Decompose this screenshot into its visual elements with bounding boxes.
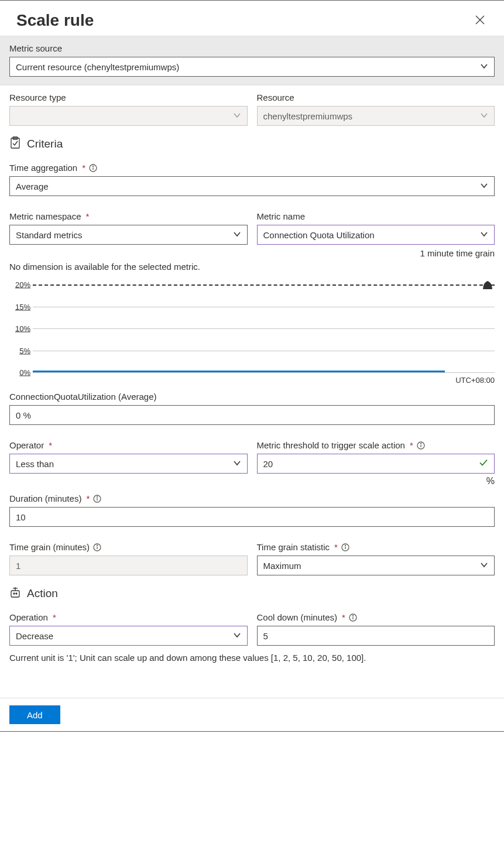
- chart-tick: 20%: [7, 280, 30, 289]
- resource-label: Resource: [257, 92, 495, 102]
- time-aggregation-value: Average: [16, 181, 49, 191]
- time-grain-statistic-value: Maximum: [263, 561, 301, 571]
- chevron-down-icon: [233, 111, 241, 121]
- operator-value: Less than: [16, 459, 54, 469]
- chart-tick: 0%: [7, 368, 30, 377]
- chart-spike: [481, 280, 495, 289]
- action-robot-icon: [9, 586, 21, 601]
- close-button[interactable]: [472, 12, 488, 29]
- svg-point-18: [13, 593, 15, 594]
- required-marker: *: [82, 163, 85, 173]
- required-marker: *: [86, 493, 90, 503]
- duration-label: Duration (minutes): [9, 493, 81, 503]
- chart-tick: 10%: [7, 324, 30, 333]
- metric-namespace-dropdown[interactable]: Standard metrics: [9, 225, 248, 245]
- svg-point-4: [93, 166, 94, 166]
- cooldown-input[interactable]: 5: [257, 626, 495, 646]
- chevron-down-icon: [233, 631, 241, 641]
- metric-name-value: Connection Quota Utilization: [263, 230, 375, 240]
- chart-series-line: [33, 371, 445, 372]
- required-marker: *: [49, 440, 52, 450]
- svg-rect-17: [11, 591, 19, 597]
- info-icon[interactable]: [93, 495, 101, 503]
- chevron-down-icon: [480, 111, 488, 121]
- checkmark-icon: [479, 458, 488, 469]
- cooldown-value: 5: [263, 631, 268, 641]
- clipboard-check-icon: [9, 136, 21, 151]
- close-icon: [475, 18, 485, 27]
- svg-point-10: [97, 496, 98, 497]
- operation-value: Decrease: [16, 631, 53, 641]
- threshold-unit: %: [257, 476, 495, 486]
- required-marker: *: [334, 542, 338, 552]
- resource-type-dropdown: [9, 106, 248, 126]
- required-marker: *: [53, 612, 56, 622]
- panel-title: Scale rule: [16, 11, 94, 30]
- time-grain-note: 1 minute time grain: [257, 248, 495, 258]
- threshold-label: Metric threshold to trigger scale action: [257, 440, 405, 450]
- time-grain-minutes-value: 1: [16, 561, 20, 571]
- operation-dropdown[interactable]: Decrease: [9, 626, 248, 646]
- info-icon[interactable]: [349, 613, 357, 622]
- metric-value-display: 0 %: [9, 405, 495, 425]
- resource-type-label: Resource type: [9, 92, 248, 102]
- resource-value: chenyltestpremiumwps: [263, 111, 353, 121]
- chevron-down-icon: [480, 181, 488, 191]
- chevron-down-icon: [480, 62, 488, 72]
- duration-value: 10: [16, 512, 26, 522]
- svg-point-19: [16, 593, 17, 594]
- time-aggregation-label: Time aggregation: [9, 163, 77, 173]
- criteria-heading: Criteria: [27, 138, 63, 150]
- svg-point-13: [97, 545, 97, 546]
- metric-source-value: Current resource (chenyltestpremiumwps): [16, 62, 179, 72]
- metric-chart: 20% 15% 10% 5% 0% UTC+08:00: [9, 284, 495, 385]
- chart-tick: 15%: [7, 302, 30, 311]
- add-button[interactable]: Add: [9, 705, 60, 724]
- operation-label: Operation: [9, 612, 48, 622]
- svg-point-16: [345, 545, 345, 546]
- chart-tick: 5%: [7, 346, 30, 355]
- no-dimension-note: No dimension is available for the select…: [9, 262, 495, 272]
- chart-timezone: UTC+08:00: [9, 376, 495, 385]
- metric-name-dropdown[interactable]: Connection Quota Utilization: [257, 225, 495, 245]
- metric-namespace-value: Standard metrics: [16, 230, 82, 240]
- action-heading: Action: [27, 587, 58, 600]
- info-icon[interactable]: [341, 543, 349, 551]
- required-marker: *: [342, 612, 345, 622]
- info-icon[interactable]: [417, 441, 425, 450]
- operator-dropdown[interactable]: Less than: [9, 454, 248, 474]
- metric-source-dropdown[interactable]: Current resource (chenyltestpremiumwps): [9, 57, 495, 77]
- chevron-down-icon: [233, 230, 241, 240]
- chevron-down-icon: [480, 230, 488, 240]
- required-marker: *: [86, 211, 90, 221]
- chevron-down-icon: [233, 459, 241, 469]
- duration-input[interactable]: 10: [9, 507, 495, 527]
- time-grain-statistic-label: Time grain statistic: [257, 542, 330, 552]
- resource-dropdown: chenyltestpremiumwps: [257, 106, 495, 126]
- cooldown-label: Cool down (minutes): [257, 612, 338, 622]
- metric-value-label: ConnectionQuotaUtilization (Average): [9, 392, 495, 402]
- info-icon[interactable]: [93, 543, 101, 551]
- metric-source-label: Metric source: [9, 43, 495, 53]
- metric-namespace-label: Metric namespace: [9, 211, 81, 221]
- chevron-down-icon: [480, 561, 488, 571]
- operator-label: Operator: [9, 440, 44, 450]
- info-icon[interactable]: [89, 164, 97, 172]
- metric-name-label: Metric name: [257, 211, 495, 221]
- unit-hint: Current unit is '1'; Unit can scale up a…: [9, 653, 495, 663]
- required-marker: *: [410, 440, 413, 450]
- time-grain-minutes-label: Time grain (minutes): [9, 542, 90, 552]
- svg-point-7: [420, 443, 421, 444]
- threshold-input[interactable]: 20: [257, 454, 495, 474]
- time-grain-statistic-dropdown[interactable]: Maximum: [257, 556, 495, 575]
- svg-point-24: [352, 615, 353, 616]
- time-aggregation-dropdown[interactable]: Average: [9, 176, 495, 196]
- time-grain-minutes-input: 1: [9, 556, 248, 575]
- threshold-value: 20: [263, 459, 273, 469]
